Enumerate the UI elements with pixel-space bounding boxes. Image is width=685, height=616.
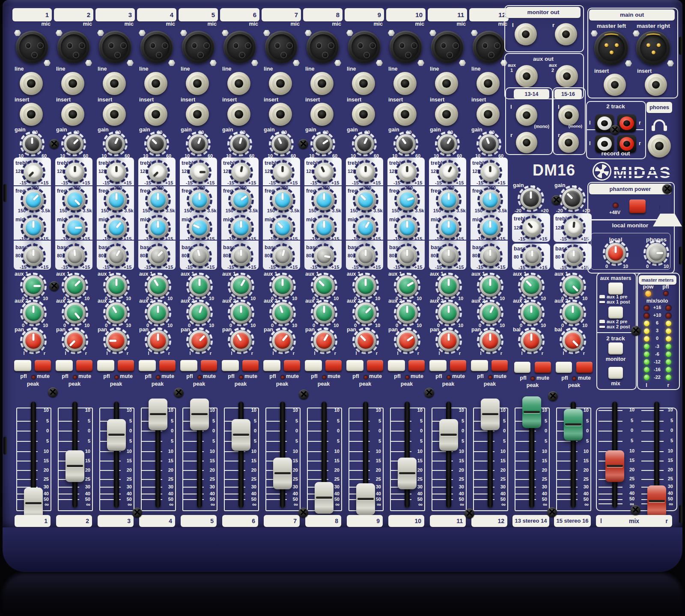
channel-6-bass-knob[interactable] <box>232 247 250 265</box>
channel-9-aux2-knob[interactable] <box>356 303 375 323</box>
channel-1-mid-knob[interactable] <box>24 218 43 237</box>
channel-11-mid-freq-knob[interactable] <box>439 190 458 209</box>
channel-11-pfl-button[interactable] <box>429 360 447 371</box>
channel-9-pfl-button[interactable] <box>346 360 363 371</box>
channel-8-mute-button[interactable] <box>325 360 342 371</box>
stereo-channel-13-14-aux2-knob[interactable] <box>521 303 541 323</box>
channel-7-mid-knob[interactable] <box>273 218 292 237</box>
channel-4-mid-freq-knob[interactable] <box>149 190 167 209</box>
channel-5-fader[interactable] <box>190 399 209 430</box>
stereo-channel-15-16-fader[interactable] <box>564 409 583 440</box>
channel-9-mid-knob[interactable] <box>356 218 375 237</box>
channel-11-aux2-knob[interactable] <box>439 303 459 323</box>
channel-1-gain-knob[interactable] <box>23 135 41 153</box>
stereo-channel-13-14-treble-knob[interactable] <box>524 219 541 236</box>
channel-5-mid-knob[interactable] <box>190 218 209 237</box>
stereo-channel-13-14-mute-button[interactable] <box>535 362 551 373</box>
channel-2-gain-knob[interactable] <box>65 135 83 153</box>
channel-2-mid-freq-knob[interactable] <box>66 190 84 209</box>
stereo-channel-15-16-gain-knob[interactable] <box>563 189 582 208</box>
channel-6-pan-knob[interactable] <box>231 331 251 351</box>
channel-6-treble-knob[interactable] <box>232 164 250 181</box>
channel-12-mute-button[interactable] <box>491 360 508 371</box>
channel-7-fader[interactable] <box>273 458 292 489</box>
channel-2-pan-knob[interactable] <box>65 331 85 351</box>
channel-6-aux2-knob[interactable] <box>231 303 251 323</box>
channel-11-aux1-knob[interactable] <box>439 276 459 296</box>
channel-8-mid-freq-knob[interactable] <box>315 190 334 209</box>
channel-2-fader[interactable] <box>66 450 84 482</box>
stereo-channel-13-14-aux1-knob[interactable] <box>521 276 541 296</box>
channel-10-mute-button[interactable] <box>408 360 425 371</box>
channel-7-gain-knob[interactable] <box>272 135 290 153</box>
channel-9-pan-knob[interactable] <box>356 331 375 351</box>
channel-7-pan-knob[interactable] <box>273 331 292 351</box>
channel-9-treble-knob[interactable] <box>357 164 374 181</box>
stereo-channel-13-14-bass-knob[interactable] <box>524 248 541 265</box>
stereo-channel-13-14-bal-knob[interactable] <box>521 331 541 351</box>
channel-7-mid-freq-knob[interactable] <box>273 190 292 209</box>
channel-9-mid-freq-knob[interactable] <box>356 190 375 209</box>
channel-1-aux2-knob[interactable] <box>24 303 43 323</box>
stereo-channel-15-16-bass-knob[interactable] <box>565 248 582 265</box>
aux2-pre-post-button[interactable] <box>608 307 623 318</box>
channel-4-mute-button[interactable] <box>159 360 176 371</box>
stereo-channel-15-16-aux2-knob[interactable] <box>563 303 583 323</box>
channel-12-pan-knob[interactable] <box>480 331 500 351</box>
channel-12-pfl-button[interactable] <box>471 360 488 371</box>
stereo-channel-15-16-aux1-knob[interactable] <box>563 276 583 296</box>
local-monitor-local-knob[interactable] <box>606 244 625 262</box>
channel-8-mid-knob[interactable] <box>315 218 334 237</box>
channel-6-mid-freq-knob[interactable] <box>232 190 250 209</box>
channel-12-mid-knob[interactable] <box>481 218 500 237</box>
channel-4-fader[interactable] <box>149 399 167 430</box>
channel-4-treble-knob[interactable] <box>149 164 167 181</box>
channel-10-pan-knob[interactable] <box>397 331 417 351</box>
channel-4-aux1-knob[interactable] <box>148 276 168 296</box>
channel-2-pfl-button[interactable] <box>56 360 73 371</box>
channel-3-pan-knob[interactable] <box>107 331 126 351</box>
channel-12-treble-knob[interactable] <box>482 164 499 181</box>
channel-3-mute-button[interactable] <box>118 360 134 371</box>
channel-3-mid-freq-knob[interactable] <box>107 190 126 209</box>
channel-8-pan-knob[interactable] <box>314 331 334 351</box>
channel-11-treble-knob[interactable] <box>440 164 457 181</box>
channel-1-bass-knob[interactable] <box>24 247 42 265</box>
channel-10-gain-knob[interactable] <box>397 135 415 153</box>
channel-3-aux1-knob[interactable] <box>107 276 126 296</box>
channel-5-bass-knob[interactable] <box>191 247 208 265</box>
channel-8-pfl-button[interactable] <box>305 360 322 371</box>
channel-3-treble-knob[interactable] <box>108 164 125 181</box>
channel-5-treble-knob[interactable] <box>191 164 208 181</box>
channel-5-aux2-knob[interactable] <box>190 303 209 323</box>
channel-2-treble-knob[interactable] <box>66 164 83 181</box>
channel-12-fader[interactable] <box>481 399 500 430</box>
stereo-channel-13-14-gain-knob[interactable] <box>521 189 541 208</box>
channel-11-pan-knob[interactable] <box>439 331 459 351</box>
channel-1-pfl-button[interactable] <box>14 360 31 371</box>
channel-8-aux1-knob[interactable] <box>314 276 334 296</box>
channel-6-mute-button[interactable] <box>242 360 259 371</box>
channel-5-mute-button[interactable] <box>201 360 217 371</box>
channel-3-bass-knob[interactable] <box>107 247 125 265</box>
channel-10-treble-knob[interactable] <box>399 164 416 181</box>
two-track-mix-button[interactable] <box>608 367 623 379</box>
channel-1-mid-freq-knob[interactable] <box>24 190 43 209</box>
stereo-channel-15-16-bal-knob[interactable] <box>563 331 583 351</box>
channel-10-aux2-knob[interactable] <box>397 303 417 323</box>
channel-9-gain-knob[interactable] <box>355 135 373 153</box>
channel-2-aux2-knob[interactable] <box>65 303 85 323</box>
two-track-monitor-button[interactable] <box>608 342 623 354</box>
channel-2-bass-knob[interactable] <box>66 247 84 265</box>
mix-left-fader[interactable] <box>605 450 624 482</box>
channel-7-aux2-knob[interactable] <box>273 303 292 323</box>
channel-1-fader[interactable] <box>24 488 43 519</box>
channel-4-mid-knob[interactable] <box>149 218 167 237</box>
channel-10-fader[interactable] <box>398 458 417 489</box>
channel-9-bass-knob[interactable] <box>357 247 375 265</box>
phantom-power-button[interactable] <box>629 199 646 213</box>
channel-5-aux1-knob[interactable] <box>190 276 209 296</box>
channel-7-pfl-button[interactable] <box>263 360 280 371</box>
channel-8-gain-knob[interactable] <box>314 135 332 153</box>
local-monitor-phones-knob[interactable] <box>647 244 666 262</box>
